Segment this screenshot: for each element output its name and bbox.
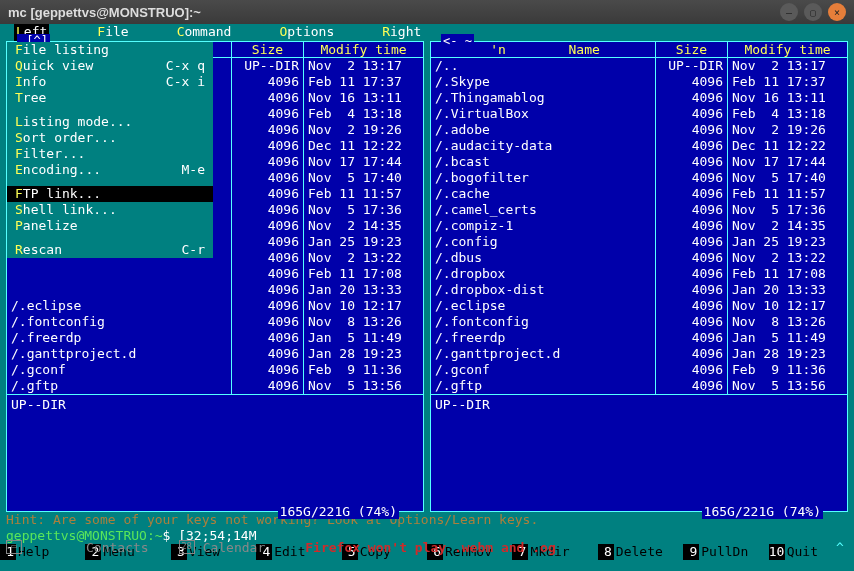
file-row[interactable]: /.gftp4096Nov 5 13:56 [431, 378, 847, 394]
menu-options[interactable]: Options [279, 24, 334, 41]
task-contacts[interactable]: Contacts [86, 540, 149, 555]
right-updir: UP--DIR [435, 397, 490, 412]
menu-command[interactable]: Command [177, 24, 232, 41]
right-disk: 165G/221G (74%) [702, 504, 823, 519]
file-row[interactable]: /.fontconfig4096Nov 8 13:26 [431, 314, 847, 330]
file-row[interactable]: /.config4096Jan 25 19:23 [431, 234, 847, 250]
menu-item-encoding-[interactable]: Encoding...M-e [7, 162, 213, 178]
menu-item-shell-link-[interactable]: Shell link... [7, 202, 213, 218]
menu-item-ftp-link-[interactable]: FTP link... [7, 186, 213, 202]
col-modify[interactable]: Modify time [303, 42, 423, 57]
scroll-up-icon[interactable]: ^ [832, 540, 848, 555]
task-firefox[interactable]: Firefox won't play .webm and .og [305, 540, 555, 555]
file-row[interactable]: /.gconf4096Feb 9 11:36 [7, 362, 423, 378]
file-row[interactable]: /.adobe4096Nov 2 19:26 [431, 122, 847, 138]
left-disk: 165G/221G (74%) [278, 504, 399, 519]
file-row[interactable]: /.Skype4096Feb 11 17:37 [431, 74, 847, 90]
right-path: <- ~ [441, 34, 474, 48]
menu-item-info[interactable]: InfoC-x i [7, 74, 213, 90]
titlebar[interactable]: mc [geppettvs@MONSTRUO]:~ — ▢ × [0, 0, 854, 24]
right-header: 'n Name Size Modify time [431, 42, 847, 58]
file-row[interactable]: /.gconf4096Feb 9 11:36 [431, 362, 847, 378]
file-row[interactable]: /.ganttproject.d4096Jan 28 19:23 [431, 346, 847, 362]
col-size[interactable]: Size [655, 42, 727, 57]
menu-item-panelize[interactable]: Panelize [7, 218, 213, 234]
file-row[interactable]: /..UP--DIRNov 2 13:17 [431, 58, 847, 74]
file-row[interactable]: /.dropbox-dist4096Jan 20 13:33 [431, 282, 847, 298]
minimize-button[interactable]: — [780, 3, 798, 21]
col-size[interactable]: Size [231, 42, 303, 57]
file-row[interactable]: /.Thingamablog4096Nov 16 13:11 [431, 90, 847, 106]
menu-item-quick-view[interactable]: Quick viewC-x q [7, 58, 213, 74]
menu-item-listing-mode-[interactable]: Listing mode... [7, 114, 213, 130]
window-title: mc [geppettvs@MONSTRUO]:~ [8, 5, 774, 20]
close-button[interactable]: × [828, 3, 846, 21]
file-row[interactable]: /.bcast4096Nov 17 17:44 [431, 154, 847, 170]
file-row[interactable]: /.audacity-data4096Dec 11 12:22 [431, 138, 847, 154]
left-updir: UP--DIR [11, 397, 66, 412]
right-panel[interactable]: <- ~ 'n Name Size Modify time /..UP--DIR… [430, 41, 848, 512]
file-row[interactable]: /.camel_certs4096Nov 5 17:36 [431, 202, 847, 218]
menu-item-filter-[interactable]: Filter... [7, 146, 213, 162]
file-row[interactable]: 4096Feb 11 17:08 [7, 266, 423, 282]
file-row[interactable]: /.bogofilter4096Nov 5 17:40 [431, 170, 847, 186]
file-row[interactable]: 4096Jan 20 13:33 [7, 282, 423, 298]
menu-item-file-listing[interactable]: File listing [7, 42, 213, 58]
file-row[interactable]: /.ganttproject.d4096Jan 28 19:23 [7, 346, 423, 362]
file-row[interactable]: /.fontconfig4096Nov 8 13:26 [7, 314, 423, 330]
menubar[interactable]: LeftFileCommandOptionsRight [0, 24, 854, 41]
file-row[interactable]: /.dbus4096Nov 2 13:22 [431, 250, 847, 266]
file-row[interactable]: /.eclipse4096Nov 10 12:17 [431, 298, 847, 314]
left-panel[interactable]: .[^] Size Modify time UP--DIRNov 2 13:17… [6, 41, 424, 512]
file-row[interactable]: /.gftp4096Nov 5 13:56 [7, 378, 423, 394]
taskbar-overlay: ▭ Contacts 28 Calendar Firefox won't pla… [0, 539, 854, 555]
file-row[interactable]: /.freerdp4096Jan 5 11:49 [431, 330, 847, 346]
calendar-icon: ▭ [6, 540, 22, 554]
task-calendar[interactable]: Calendar [203, 540, 266, 555]
col-modify[interactable]: Modify time [727, 42, 847, 57]
menu-item-tree[interactable]: Tree [7, 90, 213, 106]
maximize-button[interactable]: ▢ [804, 3, 822, 21]
menu-file[interactable]: File [97, 24, 128, 41]
file-row[interactable]: /.VirtualBox4096Feb 4 13:18 [431, 106, 847, 122]
panels: .[^] Size Modify time UP--DIRNov 2 13:17… [0, 41, 854, 512]
menu-item-sort-order-[interactable]: Sort order... [7, 130, 213, 146]
right-footer: UP--DIR [431, 394, 847, 428]
calendar-day-icon: 28 [179, 540, 195, 554]
file-row[interactable]: /.compiz-14096Nov 2 14:35 [431, 218, 847, 234]
terminal: LeftFileCommandOptionsRight .[^] Size Mo… [0, 24, 854, 571]
right-rows[interactable]: /..UP--DIRNov 2 13:17/.Skype4096Feb 11 1… [431, 58, 847, 394]
left-footer: UP--DIR [7, 394, 423, 428]
file-row[interactable]: /.freerdp4096Jan 5 11:49 [7, 330, 423, 346]
file-row[interactable]: /.dropbox4096Feb 11 17:08 [431, 266, 847, 282]
file-row[interactable]: /.eclipse4096Nov 10 12:17 [7, 298, 423, 314]
left-menu-dropdown[interactable]: File listingQuick viewC-x qInfoC-x iTree… [7, 42, 213, 258]
file-row[interactable]: /.cache4096Feb 11 11:57 [431, 186, 847, 202]
menu-right[interactable]: Right [382, 24, 421, 41]
menu-item-rescan[interactable]: RescanC-r [7, 242, 213, 258]
